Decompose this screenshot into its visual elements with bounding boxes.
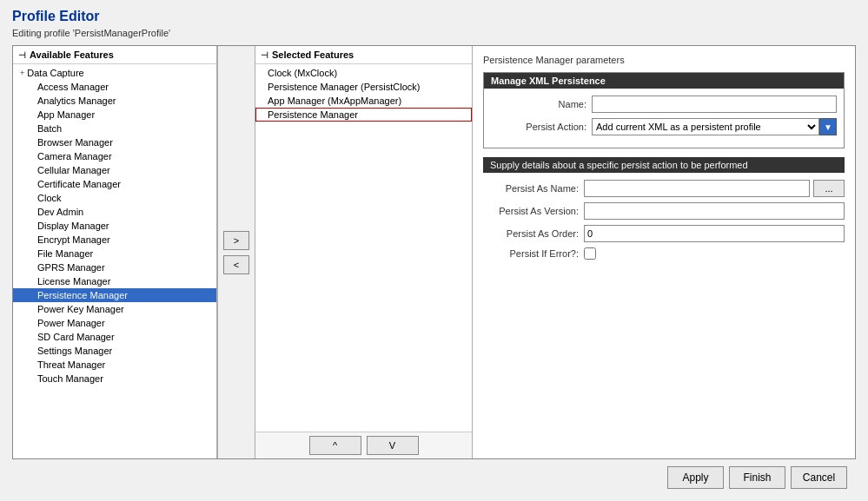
persist-as-version-input[interactable] — [584, 202, 845, 220]
feature-item-power-manager[interactable]: Power Manager — [13, 316, 216, 330]
persist-as-version-label: Persist As Version: — [483, 206, 579, 216]
feature-item-certificate-manager[interactable]: Certificate Manager — [13, 177, 216, 191]
feature-item-access-manager[interactable]: Access Manager — [13, 80, 216, 94]
feature-item-data-capture[interactable]: + Data Capture — [13, 66, 216, 80]
persist-if-error-row: Persist If Error?: — [483, 247, 845, 260]
name-label: Name: — [491, 99, 586, 109]
feature-item-browser-manager[interactable]: Browser Manager — [13, 135, 216, 149]
finish-button[interactable]: Finish — [729, 466, 785, 489]
selected-features-panel: ⊣ Selected Features Clock (MxClock) Pers… — [255, 46, 473, 458]
persist-as-order-row: Persist As Order: — [483, 225, 845, 242]
feature-item-analytics-manager[interactable]: Analytics Manager — [13, 94, 216, 108]
persist-action-label: Persist Action: — [491, 122, 586, 132]
name-input[interactable] — [592, 96, 837, 113]
selected-item-persist-clock[interactable]: Persistence Manager (PersistClock) — [255, 80, 472, 94]
transfer-buttons: > < — [217, 46, 255, 458]
persist-as-version-row: Persist As Version: — [483, 202, 845, 220]
feature-item-cellular-manager[interactable]: Cellular Manager — [13, 163, 216, 177]
selected-item-clock[interactable]: Clock (MxClock) — [255, 66, 472, 80]
selected-features-header: ⊣ Selected Features — [255, 46, 472, 64]
expand-icon: + — [20, 69, 24, 77]
selected-item-persistence-manager[interactable]: Persistence Manager — [255, 108, 472, 122]
persist-action-wrapper: Add current XML as a persistent profile … — [592, 118, 837, 135]
persist-as-name-input[interactable] — [584, 180, 810, 197]
xml-section-body: Name: Persist Action: Add current XML as… — [484, 89, 844, 148]
feature-item-sd-card-manager[interactable]: SD Card Manager — [13, 330, 216, 344]
parameters-panel: Persistence Manager parameters Manage XM… — [473, 46, 855, 458]
collapse-selected-icon[interactable]: ⊣ — [261, 50, 268, 60]
feature-item-threat-manager[interactable]: Threat Manager — [13, 358, 216, 372]
available-features-panel: ⊣ Available Features + Data Capture Acce… — [13, 46, 217, 458]
apply-button[interactable]: Apply — [667, 466, 724, 489]
persist-as-name-row: Persist As Name: ... — [483, 180, 845, 197]
name-row: Name: — [491, 96, 837, 113]
feature-item-display-manager[interactable]: Display Manager — [13, 219, 216, 233]
persist-if-error-checkbox[interactable] — [584, 247, 596, 260]
feature-item-app-manager[interactable]: App Manager — [13, 108, 216, 122]
feature-item-touch-manager[interactable]: Touch Manager — [13, 372, 216, 386]
available-features-list: + Data Capture Access Manager Analytics … — [13, 64, 216, 458]
dialog-subtitle: Editing profile 'PersistManagerProfile' — [12, 28, 856, 38]
feature-item-settings-manager[interactable]: Settings Manager — [13, 344, 216, 358]
xml-section-header: Manage XML Persistence — [484, 73, 844, 89]
browse-button[interactable]: ... — [813, 180, 845, 197]
feature-item-file-manager[interactable]: File Manager — [13, 247, 216, 260]
move-down-button[interactable]: V — [367, 436, 419, 455]
collapse-icon[interactable]: ⊣ — [18, 50, 26, 60]
selected-features-list: Clock (MxClock) Persistence Manager (Per… — [255, 64, 472, 432]
feature-item-clock[interactable]: Clock — [13, 191, 216, 205]
available-features-label: Available Features — [30, 49, 114, 60]
feature-item-dev-admin[interactable]: Dev Admin — [13, 205, 216, 219]
available-features-header: ⊣ Available Features — [13, 46, 216, 64]
move-left-button[interactable]: < — [223, 255, 249, 274]
profile-editor-dialog: Profile Editor Editing profile 'PersistM… — [0, 0, 868, 501]
selected-item-app-manager[interactable]: App Manager (MxAppManager) — [255, 94, 472, 108]
feature-item-persistence-manager[interactable]: Persistence Manager — [13, 288, 216, 302]
dialog-title: Profile Editor — [12, 9, 856, 24]
cancel-button[interactable]: Cancel — [791, 466, 847, 489]
feature-item-license-manager[interactable]: License Manager — [13, 274, 216, 288]
reorder-buttons: ^ V — [255, 432, 472, 458]
feature-item-power-key-manager[interactable]: Power Key Manager — [13, 302, 216, 316]
feature-item-label: Data Capture — [27, 68, 83, 78]
persist-action-dropdown-btn[interactable]: ▼ — [819, 118, 837, 135]
feature-item-batch[interactable]: Batch — [13, 122, 216, 135]
parameters-title: Persistence Manager parameters — [483, 55, 845, 65]
move-right-button[interactable]: > — [223, 231, 249, 250]
persist-as-name-label: Persist As Name: — [483, 183, 579, 194]
persist-if-error-label: Persist If Error?: — [483, 248, 579, 259]
xml-section: Manage XML Persistence Name: Persist Act… — [483, 72, 845, 148]
feature-item-encrypt-manager[interactable]: Encrypt Manager — [13, 233, 216, 247]
detail-section-header: Supply details about a specific persist … — [483, 157, 845, 173]
feature-item-gprs-manager[interactable]: GPRS Manager — [13, 260, 216, 274]
persist-action-row: Persist Action: Add current XML as a per… — [491, 118, 837, 135]
selected-features-label: Selected Features — [272, 49, 354, 60]
feature-item-camera-manager[interactable]: Camera Manager — [13, 149, 216, 163]
dialog-footer: Apply Finish Cancel — [12, 459, 856, 492]
persist-as-order-input[interactable] — [584, 225, 845, 242]
persist-as-order-label: Persist As Order: — [483, 228, 579, 239]
move-up-button[interactable]: ^ — [309, 436, 361, 455]
persist-action-select[interactable]: Add current XML as a persistent profile — [592, 118, 819, 135]
